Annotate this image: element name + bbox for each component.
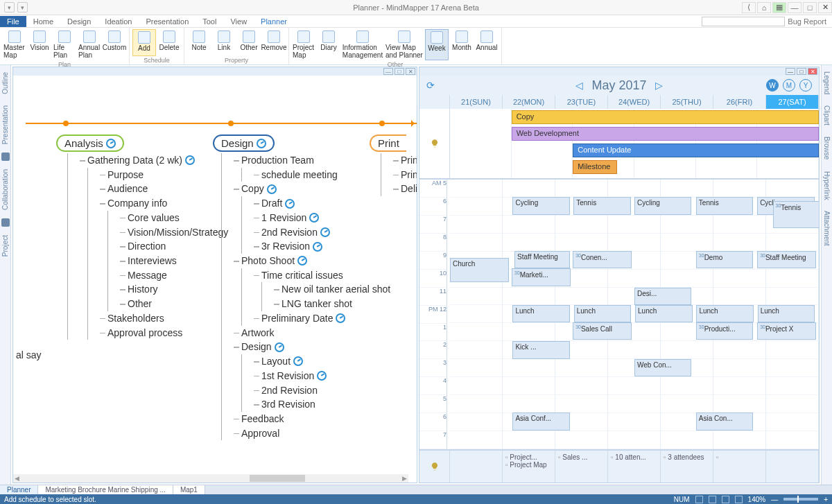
calendar-slot[interactable]	[766, 395, 819, 413]
event-projectx[interactable]: 30Project X	[757, 322, 816, 340]
tree-node[interactable]: Print	[394, 153, 417, 168]
day-header[interactable]: 25(THU)	[661, 95, 713, 109]
calendar-slot[interactable]	[713, 180, 766, 198]
event-asia-con[interactable]: Asia Con...	[696, 412, 753, 430]
allday-event-web[interactable]: Web Development	[512, 127, 819, 141]
nav-back-icon[interactable]: ⟨	[742, 2, 756, 13]
qa-icon-1[interactable]: ▾	[4, 2, 15, 12]
event-church[interactable]: Church	[450, 258, 509, 282]
tree-node[interactable]: Layout	[254, 354, 390, 369]
calendar-slot[interactable]	[503, 323, 555, 341]
doc-tab-map1[interactable]: Map1	[173, 485, 205, 494]
menu-planner[interactable]: Planner	[254, 16, 294, 27]
ribbon-note[interactable]: Note	[187, 29, 211, 56]
calendar-slot[interactable]	[661, 180, 713, 198]
calendar-slot[interactable]	[450, 216, 503, 234]
home-icon[interactable]: ⌂	[757, 2, 771, 13]
tree-node[interactable]: Draft	[254, 196, 390, 211]
status-icon[interactable]	[735, 496, 743, 503]
event-staff-meeting[interactable]: 30Staff Meeting	[757, 251, 816, 268]
calendar-slot[interactable]	[661, 341, 713, 359]
calendar-slot[interactable]	[608, 395, 661, 413]
minimize-icon[interactable]: —	[788, 2, 801, 13]
calendar-slot[interactable]	[608, 341, 661, 359]
tree-node[interactable]: Audience	[101, 182, 228, 196]
tree-node[interactable]: Approval process	[101, 326, 228, 340]
calendar-slot[interactable]	[503, 359, 555, 377]
status-icon[interactable]	[722, 496, 729, 503]
calendar-slot[interactable]	[450, 198, 503, 216]
calendar-slot[interactable]	[608, 216, 661, 234]
mindmap-canvas[interactable]: Analysis Design Print al say Gathering D…	[13, 76, 417, 483]
calendar-slot[interactable]	[766, 359, 819, 377]
calendar-slot[interactable]	[766, 270, 819, 288]
calendar-slot[interactable]	[450, 288, 503, 306]
tree-node[interactable]: Copy Draft 1 Revision 2nd Revision 3r Re…	[234, 182, 390, 254]
event-producti[interactable]: 30Producti...	[696, 322, 753, 340]
calendar-slot[interactable]	[766, 180, 819, 198]
ribbon-month[interactable]: Month	[450, 29, 474, 60]
node-design[interactable]: Design	[213, 134, 275, 152]
tree-node[interactable]: Preliminary Date	[254, 311, 390, 326]
ribbon-diary[interactable]: Diary	[317, 29, 340, 60]
day-header[interactable]: 21(SUN)	[450, 95, 503, 109]
h-scrollbar[interactable]: ◀ ▶	[13, 474, 408, 483]
event-kick[interactable]: Kick ...	[512, 341, 569, 358]
event-lunch[interactable]: Lunch	[758, 305, 815, 322]
tree-node[interactable]: Company info Core values Vision/Mission/…	[101, 196, 228, 311]
event-lunch[interactable]: Lunch	[635, 305, 692, 322]
allday-event-milestone[interactable]: Milestone ...	[573, 160, 617, 174]
ribbon-info-mgmt[interactable]: Information Management	[342, 29, 383, 60]
tree-node[interactable]: Message	[121, 268, 228, 283]
event-demo[interactable]: 30Demo	[696, 251, 753, 268]
calendar-slot[interactable]	[713, 431, 766, 449]
calendar-slot[interactable]	[503, 377, 555, 395]
status-icon[interactable]	[695, 496, 703, 503]
menu-file[interactable]: File	[0, 16, 26, 27]
task-item[interactable]	[716, 453, 763, 461]
allday-event-content[interactable]: Content Update	[573, 144, 819, 157]
event-conen[interactable]: 30Conen...	[573, 251, 632, 268]
calendar-slot[interactable]	[713, 341, 766, 359]
menu-view[interactable]: View	[223, 16, 254, 27]
tree-node[interactable]: Deliv	[394, 182, 417, 196]
calendar-slot[interactable]	[661, 395, 713, 413]
allday-event-copy[interactable]: Copy	[512, 110, 819, 124]
grid-icon[interactable]: ▦	[772, 2, 786, 13]
task-item[interactable]: Project...	[505, 453, 552, 461]
day-header[interactable]: 23(TUE)	[555, 95, 608, 109]
task-item[interactable]: 10 atten...	[611, 453, 657, 461]
event-sales-call[interactable]: 30Sales Call	[573, 322, 632, 340]
refresh-icon[interactable]: ⟳	[426, 80, 435, 91]
zoom-in-icon[interactable]: +	[824, 496, 828, 503]
tree-node[interactable]: 2nd Revision	[254, 383, 390, 398]
ribbon-annual[interactable]: Annual	[475, 29, 499, 60]
ribbon-vision[interactable]: Vision	[28, 29, 51, 60]
tree-node[interactable]: Production Team schedule meeting	[234, 153, 390, 182]
tree-node[interactable]: Vision/Mission/Strategy	[121, 225, 228, 240]
task-item[interactable]: Sales ...	[558, 453, 605, 461]
calendar-slot[interactable]	[766, 288, 819, 306]
event-lunch[interactable]: Lunch	[574, 305, 631, 322]
tree-node[interactable]: Approval	[234, 426, 390, 441]
calendar-slot[interactable]	[661, 270, 713, 288]
maximize-icon[interactable]: □	[803, 2, 817, 13]
calendar-slot[interactable]	[450, 234, 503, 252]
calendar-slot[interactable]	[450, 323, 503, 341]
doc-tab-marketing[interactable]: Marketing Brochure Marine Shipping ...	[38, 485, 173, 494]
day-header[interactable]: 26(FRI)	[713, 95, 766, 109]
day-header-selected[interactable]: 27(SAT)	[766, 95, 819, 109]
day-header[interactable]: 24(WED)	[608, 95, 661, 109]
calendar-slot[interactable]	[713, 377, 766, 395]
pane-max-icon[interactable]: □	[395, 68, 404, 75]
pane-close-icon[interactable]: ✕	[406, 68, 415, 75]
node-analysis[interactable]: Analysis	[56, 134, 124, 152]
calendar-slot[interactable]	[713, 395, 766, 413]
bug-report-link[interactable]: Bug Report	[788, 17, 826, 26]
rail-outline[interactable]: Outline	[1, 69, 9, 97]
calendar-slot[interactable]	[450, 413, 503, 431]
tree-node[interactable]: Artwork	[234, 326, 390, 340]
rail-collab-icon[interactable]	[1, 153, 10, 161]
rail-legend[interactable]: Legend	[823, 69, 831, 96]
calendar-slot[interactable]	[450, 341, 503, 359]
